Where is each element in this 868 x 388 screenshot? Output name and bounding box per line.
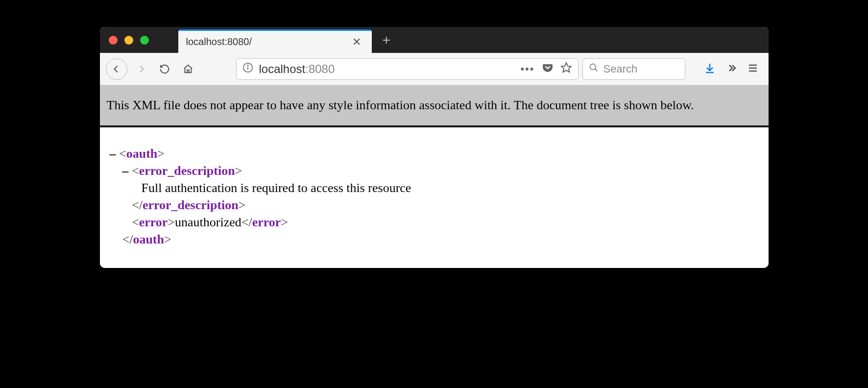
xml-desc-text: Full authentication is required to acces… [110,179,759,196]
back-button[interactable] [106,58,127,80]
xml-root-close: </oauth> [110,231,759,248]
browser-tab[interactable]: localhost:8080/ ✕ [178,29,372,53]
reload-button[interactable] [155,59,174,79]
downloads-icon[interactable] [704,62,716,76]
overflow-icon[interactable] [725,62,737,76]
titlebar: localhost:8080/ ✕ + [100,27,769,53]
pocket-icon[interactable] [542,62,554,76]
xml-root-open[interactable]: – <oauth> [110,145,759,162]
search-placeholder: Search [603,63,638,75]
window-controls [109,36,149,45]
xml-tree-view: – <oauth> – <error_description> Full aut… [100,127,769,268]
url-bar[interactable]: localhost:8080 ••• [236,58,579,80]
url-port: :8080 [305,62,335,75]
bookmark-star-icon[interactable] [560,62,572,76]
svg-marker-3 [561,63,571,72]
menu-icon[interactable] [747,62,759,76]
new-tab-button[interactable]: + [383,33,390,47]
search-icon [589,63,599,75]
minimize-window-button[interactable] [124,36,133,45]
svg-point-4 [590,64,596,70]
xml-desc-close: </error_description> [110,196,759,214]
url-text: localhost:8080 [259,62,515,76]
site-info-icon[interactable] [242,62,253,76]
toolbar: localhost:8080 ••• Search [100,53,769,85]
toolbar-right [704,62,759,76]
browser-window: localhost:8080/ ✕ + localhost:8080 ••• [100,27,769,268]
page-actions-icon[interactable]: ••• [520,63,534,75]
home-button[interactable] [178,59,198,79]
maximize-window-button[interactable] [140,36,149,45]
close-window-button[interactable] [109,36,118,45]
close-tab-icon[interactable]: ✕ [349,36,364,48]
url-host: localhost [259,62,306,75]
svg-line-5 [595,69,597,71]
urlbar-actions: ••• [520,62,572,76]
forward-button[interactable] [131,59,151,79]
xml-info-message: This XML file does not appear to have an… [100,85,769,127]
xml-error-element: <error>unauthorized</error> [110,214,759,231]
svg-point-2 [247,65,248,65]
xml-desc-open[interactable]: – <error_description> [110,162,759,179]
tab-title: localhost:8080/ [186,36,349,48]
search-bar[interactable]: Search [582,58,685,80]
